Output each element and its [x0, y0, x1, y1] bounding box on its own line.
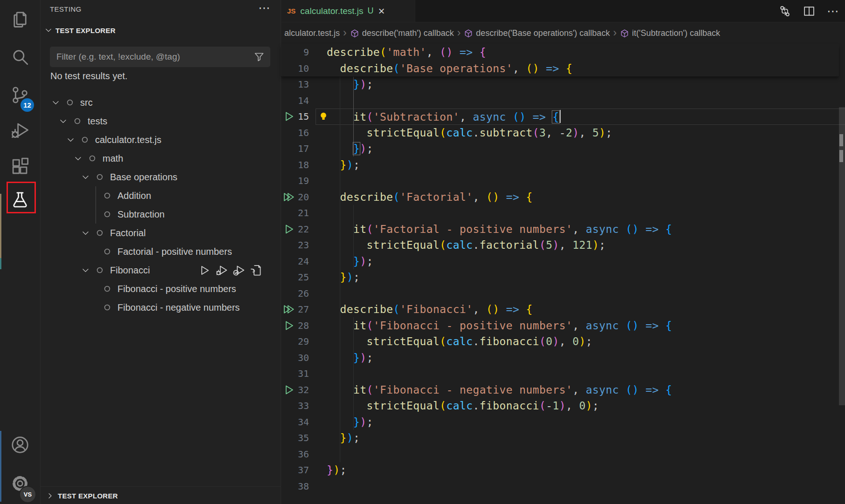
code-line-24[interactable]: 24 });	[281, 253, 845, 270]
test-tree-item-src[interactable]: src	[41, 93, 281, 112]
code-line-31[interactable]: 31	[281, 366, 845, 382]
run-test-icon[interactable]	[282, 383, 295, 396]
test-tree-item-factorial[interactable]: Factorial	[41, 224, 281, 242]
run-all-tests-icon[interactable]	[282, 191, 295, 203]
breadcrumb-item-describe-math-callback[interactable]: describe('math') callback	[350, 28, 454, 38]
test-tree-item-subtraction[interactable]: Subtraction	[41, 205, 281, 224]
code-line-37[interactable]: 37});	[281, 462, 845, 478]
token: 0	[572, 335, 579, 347]
explorer-activity-button[interactable]	[0, 2, 40, 35]
run-test-icon[interactable]	[198, 264, 211, 277]
code-line-14[interactable]: 14	[281, 93, 845, 109]
test-tree-item-fibonacci-negative-numbers[interactable]: Fibonacci - negative numbers	[41, 298, 281, 317]
test-explorer-section-header[interactable]: TEST EXPLORER	[44, 26, 116, 34]
test-tree-item-factorial-positive-numbers[interactable]: Factorial - positive numbers	[41, 242, 281, 261]
manage-button[interactable]: VS	[0, 467, 40, 500]
test-filter-input[interactable]	[50, 52, 254, 62]
code-line-29[interactable]: 29 strictEqual(calc.fibonacci(0), 0);	[281, 334, 845, 350]
line-number: 9	[281, 47, 327, 58]
code-line-26[interactable]: 26	[281, 286, 845, 302]
token: describe	[340, 191, 393, 203]
accounts-button[interactable]	[0, 428, 40, 462]
token: (	[367, 223, 373, 235]
indent-spacer	[89, 191, 100, 200]
token: 'Fibonacci - positive numbers'	[373, 320, 572, 332]
token: ,	[559, 335, 573, 347]
code-line-25[interactable]: 25 });	[281, 269, 845, 286]
code-line-10[interactable]: 10 describe('Base operations', () => {	[281, 61, 839, 77]
code-line-16[interactable]: 16 strictEqual(calc.subtract(3, -2), 5);	[281, 125, 845, 141]
run-and-debug-activity-button[interactable]	[0, 114, 40, 147]
line-number: 36	[281, 449, 327, 460]
token: )	[592, 239, 599, 251]
code-line-36[interactable]: 36	[281, 446, 845, 463]
code-line-27[interactable]: 27 describe('Fibonacci', () => {	[281, 301, 845, 318]
code-line-13[interactable]: 13 });	[281, 76, 845, 93]
source-control-activity-button[interactable]: 12	[0, 78, 40, 112]
token	[327, 271, 340, 283]
extensions-activity-button[interactable]	[0, 150, 40, 184]
token: )	[360, 255, 366, 267]
run-test-icon[interactable]	[282, 110, 295, 123]
search-activity-button[interactable]	[0, 40, 40, 74]
test-tree-item-math[interactable]: math	[41, 149, 281, 168]
test-tree-item-fibonacci-positive-numbers[interactable]: Fibonacci - positive numbers	[41, 279, 281, 298]
tab-calculator-test-js[interactable]: JS calculator.test.js U ×	[281, 0, 415, 22]
code-line-9[interactable]: 9describe('math', () => {	[281, 44, 839, 61]
code-line-20[interactable]: 20 describe('Factorial', () => {	[281, 189, 845, 205]
sticky-scroll[interactable]: 9describe('math', () => {10 describe('Ba…	[281, 44, 839, 77]
run-test-icon[interactable]	[282, 319, 295, 332]
code-line-17[interactable]: 17 });	[281, 141, 845, 157]
token: }	[353, 352, 360, 364]
go-to-test-icon[interactable]	[250, 264, 262, 277]
split-editor-button[interactable]	[803, 5, 816, 18]
code-line-28[interactable]: 28 it('Fibonacci - positive numbers', as…	[281, 318, 845, 334]
lightbulb-icon[interactable]	[318, 111, 329, 122]
code-line-38[interactable]: 38	[281, 478, 845, 495]
breadcrumb-item-it-subtraction-callback[interactable]: it('Subtraction') callback	[620, 28, 720, 38]
tree-item-label: Factorial	[110, 228, 146, 238]
breadcrumb-item-alculator-test-js[interactable]: alculator.test.js	[284, 28, 340, 38]
line-number: 24	[281, 256, 327, 267]
token: ,	[566, 400, 579, 412]
breadcrumb-item-describe-base-operations-callback[interactable]: describe('Base operations') callback	[464, 28, 610, 38]
test-tree-item-calculator-test-js[interactable]: calculator.test.js	[41, 130, 281, 149]
debug-test-icon[interactable]	[215, 264, 228, 277]
code-line-15[interactable]: 15 it('Subtraction', async () => {	[281, 109, 845, 125]
token: ;	[592, 400, 599, 412]
code-line-32[interactable]: 32 it('Fibonacci - negative numbers', as…	[281, 382, 845, 398]
run-test-icon[interactable]	[282, 223, 295, 235]
test-tree-item-tests[interactable]: tests	[41, 112, 281, 130]
run-with-coverage-icon[interactable]	[233, 264, 245, 277]
code-line-22[interactable]: 22 it('Factorial - positive numbers', as…	[281, 221, 845, 238]
code-line-30[interactable]: 30 });	[281, 350, 845, 366]
token: (	[440, 127, 446, 139]
code-line-33[interactable]: 33 strictEqual(calc.fibonacci(-1), 0);	[281, 398, 845, 414]
code-line-21[interactable]: 21	[281, 205, 845, 221]
open-changes-button[interactable]	[778, 5, 791, 18]
test-state-circle-icon	[103, 285, 111, 293]
close-tab-button[interactable]: ×	[378, 6, 385, 17]
sidebar-title: TESTING	[50, 5, 82, 13]
tree-item-label: Fibonacci - negative numbers	[117, 302, 240, 313]
test-tree-item-addition[interactable]: Addition	[41, 186, 281, 205]
test-tree-item-fibonacci[interactable]: Fibonacci	[41, 261, 281, 279]
token: ;	[353, 159, 360, 171]
code-line-23[interactable]: 23 strictEqual(calc.factorial(5), 121);	[281, 237, 845, 253]
code-editor[interactable]: 13 });1415 it('Subtraction', async () =>…	[281, 76, 845, 504]
more-actions-button[interactable]: ⋯	[827, 5, 839, 17]
code-line-18[interactable]: 18 });	[281, 157, 845, 173]
token: 'math'	[386, 46, 426, 58]
test-explorer-collapsed-section[interactable]: TEST EXPLORER	[41, 486, 281, 504]
code-line-34[interactable]: 34 });	[281, 414, 845, 430]
code-text: strictEqual(calc.fibonacci(-1), 0);	[327, 400, 599, 412]
sidebar-more-actions-button[interactable]: ⋯	[258, 1, 270, 15]
token: (	[440, 400, 446, 412]
code-line-19[interactable]: 19	[281, 173, 845, 189]
code-line-35[interactable]: 35 });	[281, 430, 845, 446]
run-all-tests-icon[interactable]	[282, 303, 295, 316]
test-state-circle-icon	[96, 266, 103, 274]
token: }	[340, 159, 347, 171]
test-tree-item-base-operations[interactable]: Base operations	[41, 168, 281, 186]
filter-icon[interactable]	[254, 51, 265, 62]
